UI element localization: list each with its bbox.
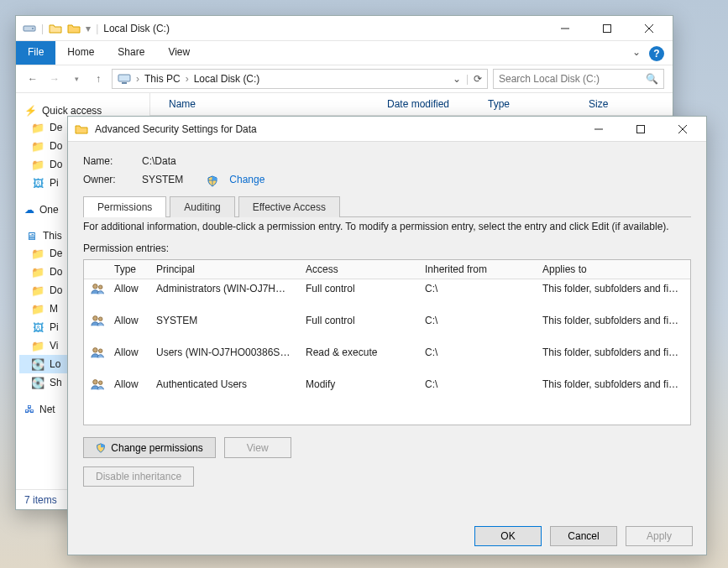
ribbon: File Home Share View ⌄ ? <box>16 41 673 65</box>
group-icon <box>91 283 101 294</box>
svg-point-14 <box>93 316 97 320</box>
up-button[interactable]: ↑ <box>90 70 107 87</box>
info-text: For additional information, double-click… <box>83 221 691 232</box>
cell-inherited: C:\ <box>418 279 536 311</box>
cell-access: Read & execute <box>299 343 418 375</box>
name-value: C:\Data <box>142 155 176 167</box>
pc-icon <box>118 72 131 86</box>
cell-inherited: C:\ <box>418 343 536 375</box>
tabs: Permissions Auditing Effective Access <box>83 195 691 217</box>
owner-value: SYSTEM <box>142 174 183 185</box>
owner-label: Owner: <box>83 174 134 185</box>
cell-inherited: C:\ <box>418 311 536 343</box>
crumb-thispc[interactable]: This PC <box>144 73 181 85</box>
breadcrumb[interactable]: › This PC › Local Disk (C:) ⌄ | ⟳ <box>112 69 488 89</box>
folder-icon <box>75 122 88 136</box>
ok-button[interactable]: OK <box>474 526 542 546</box>
shield-icon <box>96 443 106 453</box>
svg-rect-9 <box>637 125 645 133</box>
close-button[interactable] <box>632 19 666 38</box>
svg-point-18 <box>93 380 97 384</box>
search-icon[interactable]: 🔍 <box>646 73 658 85</box>
cell-type: Allow <box>107 343 149 375</box>
breadcrumb-dropdown-icon[interactable]: ⌄ <box>453 73 461 85</box>
col-inherited[interactable]: Inherited from <box>418 260 536 279</box>
svg-point-16 <box>93 348 97 352</box>
column-size[interactable]: Size <box>589 98 664 110</box>
svg-point-12 <box>93 284 97 289</box>
cell-principal: Users (WIN-OJ7HO00386S\Us… <box>149 343 299 375</box>
cell-applies: This folder, subfolders and files <box>536 375 687 407</box>
svg-rect-6 <box>118 75 130 81</box>
cell-access: Full control <box>299 311 418 343</box>
col-type[interactable]: Type <box>107 260 149 279</box>
group-icon <box>91 315 101 326</box>
cell-principal: SYSTEM <box>149 311 299 343</box>
maximize-button[interactable] <box>590 19 624 38</box>
cell-principal: Administrators (WIN-OJ7HO0… <box>149 279 299 311</box>
ribbon-expand-icon[interactable]: ⌄ <box>632 46 641 60</box>
maximize-button[interactable] <box>624 120 657 138</box>
tab-home[interactable]: Home <box>55 41 106 65</box>
apply-button: Apply <box>626 526 693 546</box>
change-owner-link[interactable]: Change <box>229 174 264 185</box>
permission-row[interactable]: AllowSYSTEMFull controlC:\This folder, s… <box>84 311 690 343</box>
cell-applies: This folder, subfolders and files <box>536 311 687 343</box>
col-applies[interactable]: Applies to <box>536 260 687 279</box>
entries-label: Permission entries: <box>83 242 691 254</box>
back-button[interactable]: ← <box>24 70 41 87</box>
shield-icon <box>207 175 218 187</box>
svg-point-19 <box>98 381 102 385</box>
new-folder-icon[interactable] <box>49 22 62 35</box>
disable-inheritance-button: Disable inheritance <box>83 466 194 487</box>
permission-row[interactable]: AllowUsers (WIN-OJ7HO00386S\Us…Read & ex… <box>84 343 690 375</box>
column-name[interactable]: Name <box>169 98 387 110</box>
cell-type: Allow <box>107 375 149 407</box>
minimize-button[interactable] <box>548 19 582 38</box>
tab-permissions[interactable]: Permissions <box>83 196 166 217</box>
cell-access: Modify <box>299 375 418 407</box>
folder-icon[interactable] <box>67 22 81 35</box>
permission-grid: Type Principal Access Inherited from App… <box>83 259 691 425</box>
dialog-titlebar: Advanced Security Settings for Data <box>68 117 706 142</box>
cancel-button[interactable]: Cancel <box>550 526 617 546</box>
permission-row[interactable]: AllowAdministrators (WIN-OJ7HO0…Full con… <box>84 279 690 311</box>
dialog-title: Advanced Security Settings for Data <box>95 123 257 135</box>
minimize-button[interactable] <box>582 120 615 138</box>
tab-effective-access[interactable]: Effective Access <box>238 196 340 217</box>
svg-point-17 <box>98 349 102 353</box>
svg-point-15 <box>98 317 102 321</box>
col-principal[interactable]: Principal <box>149 260 299 279</box>
crumb-localdisk[interactable]: Local Disk (C:) <box>194 73 260 85</box>
column-date[interactable]: Date modified <box>387 98 488 110</box>
svg-point-1 <box>32 28 34 29</box>
cell-access: Full control <box>299 279 418 311</box>
permission-row[interactable]: AllowAuthenticated UsersModifyC:\This fo… <box>84 375 690 407</box>
explorer-titlebar: | ▾ | Local Disk (C:) <box>16 16 673 41</box>
recent-button[interactable]: ▾ <box>68 70 85 87</box>
group-icon <box>91 378 101 390</box>
tab-auditing[interactable]: Auditing <box>170 196 234 217</box>
cell-principal: Authenticated Users <box>149 375 299 407</box>
col-access[interactable]: Access <box>299 260 418 279</box>
tab-view[interactable]: View <box>156 41 202 65</box>
group-icon <box>91 347 101 358</box>
search-box[interactable]: 🔍 <box>493 69 664 89</box>
view-button: View <box>224 437 291 458</box>
name-label: Name: <box>83 155 134 167</box>
refresh-icon[interactable]: ⟳ <box>474 73 482 85</box>
close-button[interactable] <box>666 120 699 138</box>
svg-rect-3 <box>604 24 611 32</box>
cell-inherited: C:\ <box>418 375 536 407</box>
tab-file[interactable]: File <box>16 41 55 65</box>
forward-button[interactable]: → <box>46 70 63 87</box>
cell-applies: This folder, subfolders and files <box>536 279 687 311</box>
tab-share[interactable]: Share <box>106 41 156 65</box>
search-input[interactable] <box>499 73 646 85</box>
column-type[interactable]: Type <box>488 98 589 110</box>
cell-type: Allow <box>107 279 149 311</box>
help-icon[interactable]: ? <box>649 46 664 61</box>
change-permissions-button[interactable]: Change permissions <box>83 437 216 458</box>
svg-point-13 <box>98 285 102 289</box>
drive-icon <box>23 22 36 35</box>
